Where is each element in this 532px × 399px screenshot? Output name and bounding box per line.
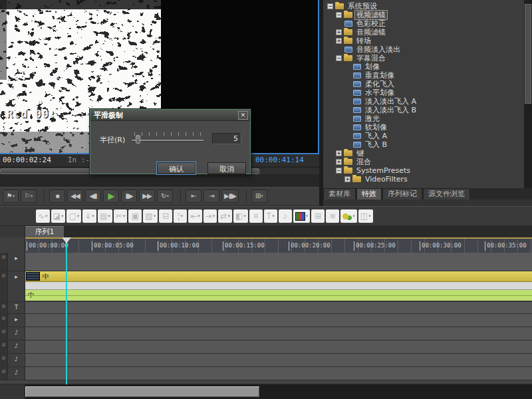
close-icon[interactable]: ✕ — [238, 111, 248, 120]
palette-tree-item[interactable]: − 字幕混合 — [323, 54, 524, 63]
timecode-ruler[interactable]: 00:00:00:00 00:00:05:00 00:00:10:00 00:0… — [25, 237, 532, 253]
palette-tree-item[interactable]: 飞入 B — [323, 140, 524, 149]
set-out-button[interactable]: ⚐ ▾ — [21, 190, 37, 203]
palette-scrollbar-thumb[interactable] — [525, 4, 531, 104]
palette-tree-item[interactable]: 激光 — [323, 114, 524, 123]
track-header[interactable]: ▸ — [0, 271, 25, 301]
position-slider-track[interactable] — [259, 168, 319, 174]
slider-thumb[interactable] — [136, 135, 140, 144]
cancel-button[interactable]: 取消 — [207, 162, 246, 174]
ripple-delete-button[interactable]: ⊟ — [159, 209, 172, 223]
play-around-button[interactable]: ▶▮▶ — [221, 190, 239, 203]
track-lane[interactable] — [25, 302, 532, 313]
tab-source-browser[interactable]: 源文件浏览 — [423, 188, 470, 200]
playback-quality-button[interactable]: ▾ — [340, 209, 357, 223]
next-frame-button[interactable]: ▮▶ — [121, 190, 137, 203]
playhead-marker[interactable] — [62, 237, 71, 243]
palette-tree-item[interactable]: + 转场 — [323, 37, 524, 45]
prev-frame-button[interactable]: ◀▮ — [85, 190, 101, 203]
voice-over-button[interactable]: ♪ — [279, 209, 292, 223]
track-lock-icon[interactable] — [0, 314, 8, 327]
audio-track-icon[interactable]: ♪ — [8, 367, 25, 380]
audio-track-icon[interactable]: ♪ — [8, 354, 25, 366]
swap-in-out-button[interactable]: ⇄ ▾ — [218, 209, 232, 223]
tree-expander-icon[interactable]: + — [336, 150, 342, 156]
fast-forward-button[interactable]: ▶▶ — [139, 190, 155, 203]
dual-monitor-button[interactable]: ◫ ▾ — [358, 209, 373, 223]
palette-tree-item[interactable]: 音频淡入淡出 — [323, 45, 524, 54]
tree-expander-icon[interactable]: − — [336, 168, 342, 174]
tree-expander-icon[interactable]: − — [336, 12, 342, 18]
track-lane[interactable]: 中 中 — [25, 271, 532, 301]
track-header[interactable]: ♪ — [0, 327, 25, 340]
palette-tree-item[interactable]: 软划像 — [323, 123, 524, 132]
audio-clip[interactable]: 中 — [25, 290, 532, 301]
audio-mixer-button[interactable]: ≡ — [249, 209, 263, 223]
stop-button[interactable]: ■ — [49, 190, 65, 203]
timeline-mode-button[interactable]: ∿ ▾ — [36, 209, 50, 223]
radius-value-field[interactable]: 5 — [212, 133, 241, 144]
track-expand-icon[interactable]: ▸ — [8, 271, 25, 301]
goto-out-button[interactable]: ⇥ — [203, 190, 219, 203]
tree-expander-icon[interactable]: + — [344, 176, 350, 182]
track-lock-icon[interactable] — [0, 271, 8, 301]
palette-tree-item[interactable]: 垂直划像 — [323, 71, 524, 80]
track-lock-icon[interactable] — [0, 302, 8, 313]
mixer-lane[interactable] — [25, 282, 532, 290]
waveform-button[interactable]: ≋ — [326, 209, 339, 223]
tree-expander-icon[interactable]: + — [336, 159, 342, 165]
palette-tree-item[interactable]: 划像 — [323, 63, 524, 71]
title-track-icon[interactable]: T — [8, 302, 25, 313]
tab-sequence-1[interactable]: 序列1 — [25, 226, 64, 237]
palette-tree-item[interactable]: 柔化飞入 — [323, 80, 524, 88]
tree-expander-icon[interactable]: + — [336, 29, 342, 35]
palette-tree-item[interactable]: 淡入淡出飞入 A — [323, 97, 524, 106]
layout-button[interactable]: ⊞ ▾ — [251, 190, 267, 203]
track-lock-icon[interactable] — [0, 253, 8, 271]
track-lane[interactable] — [25, 367, 532, 380]
track-header[interactable]: ▸ — [0, 314, 25, 327]
tree-expander-icon[interactable]: + — [336, 38, 342, 44]
palette-tree-item[interactable]: + VideoFilters — [323, 175, 524, 184]
play-button[interactable]: ▶ — [103, 190, 119, 203]
track-lock-icon[interactable] — [0, 367, 8, 380]
tab-effects[interactable]: 特效 — [356, 188, 382, 200]
new-sequence-button[interactable]: ▢ ▾ — [66, 209, 81, 223]
goto-in-button[interactable]: ⇤ — [186, 190, 201, 203]
track-lock-icon[interactable] — [0, 327, 8, 340]
audio-track-icon[interactable]: ♪ — [8, 340, 25, 353]
track-header[interactable]: ♪ — [0, 367, 25, 380]
loop-play-button[interactable]: ↻ ▾ — [157, 190, 173, 203]
tree-expander-icon[interactable]: − — [336, 55, 342, 61]
track-lock-icon[interactable] — [0, 354, 8, 366]
palette-tree-item[interactable]: 水平划像 — [323, 88, 524, 97]
dialog-title-bar[interactable]: 平滑极制 ✕ — [90, 110, 250, 121]
insert-mode-button[interactable]: ◪ ▾ — [51, 209, 66, 223]
palette-tree-item[interactable]: 飞入 A — [323, 132, 524, 140]
track-header[interactable]: ♪ — [0, 354, 25, 366]
track-header[interactable]: ▸ — [0, 253, 25, 271]
cut-button[interactable]: ✂ ▾ — [114, 209, 128, 223]
paste-button[interactable]: ▨ ▾ — [143, 209, 158, 223]
track-expand-icon[interactable]: ▸ — [8, 253, 25, 271]
palette-tree-item[interactable]: − 视频滤镜 — [323, 11, 524, 19]
trim-end-button[interactable]: ⇥ ▾ — [203, 209, 217, 223]
track-lock-icon[interactable] — [0, 340, 8, 353]
track-expand-icon[interactable]: ▸ — [8, 314, 25, 327]
palette-tree-item[interactable]: − SystemPresets — [323, 166, 524, 175]
trim-start-button[interactable]: ⇤ ▾ — [188, 209, 202, 223]
color-correction-button[interactable]: ▾ — [293, 209, 311, 223]
radius-slider[interactable] — [132, 132, 203, 144]
palette-scrollbar[interactable] — [524, 0, 532, 188]
palette-tree-item[interactable]: + 混合 — [323, 158, 524, 166]
track-lane[interactable] — [25, 354, 532, 366]
track-lane[interactable] — [25, 340, 532, 353]
playhead-line[interactable] — [66, 239, 67, 384]
copy-button[interactable]: ▣ — [128, 209, 142, 223]
palette-tree-item[interactable]: + 音频滤镜 — [323, 28, 524, 37]
track-header[interactable]: ♪ — [0, 340, 25, 353]
tab-bin[interactable]: 素材库 — [323, 188, 356, 200]
confirm-button[interactable]: 确认 — [157, 162, 196, 174]
split-clip-button[interactable]: ¦ ▾ — [174, 209, 187, 223]
track-lane[interactable] — [25, 327, 532, 340]
